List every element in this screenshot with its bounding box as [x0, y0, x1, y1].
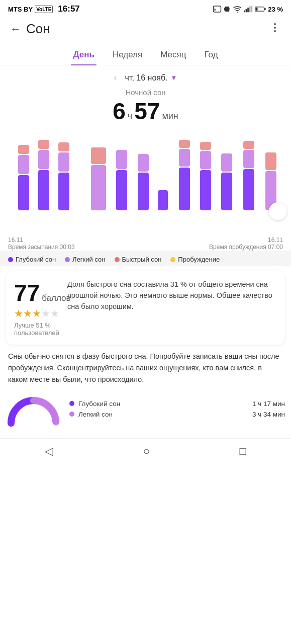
nav-recents-button[interactable]: □: [239, 445, 246, 458]
wifi-icon: [233, 6, 242, 13]
nav-back-button[interactable]: ◁: [45, 445, 53, 458]
sleep-minutes: 57: [134, 98, 160, 125]
rem-sleep-dot: [115, 257, 120, 262]
signal-icon: [244, 6, 253, 13]
tab-month[interactable]: Месяц: [158, 47, 188, 65]
score-card: 77баллов ★★★★★ Лучше 51 % пользователей …: [6, 271, 285, 345]
chart-end-date: 16.11: [209, 236, 283, 244]
svg-rect-31: [138, 154, 149, 172]
svg-rect-2: [225, 7, 229, 12]
svg-rect-30: [138, 173, 149, 210]
tab-day[interactable]: День: [71, 47, 96, 65]
svg-rect-19: [18, 145, 29, 154]
legend-item-wake: Пробуждение: [170, 256, 220, 263]
star-2: ★: [23, 308, 32, 319]
svg-rect-35: [179, 140, 190, 148]
svg-rect-38: [200, 142, 211, 150]
sleep-hours: 6: [113, 98, 126, 125]
light-sleep-dot: [65, 257, 70, 262]
date-display: чт, 16 нояб. ▼: [125, 73, 177, 83]
breakdown-list: Глубокий сон 1 ч 17 мин Легкий сон 3 ч 3…: [69, 400, 285, 421]
breakdown-light-dot: [69, 412, 74, 417]
svg-rect-23: [58, 173, 69, 210]
sleep-chart-area: [0, 135, 291, 235]
svg-rect-36: [200, 170, 211, 210]
svg-rect-43: [243, 141, 254, 149]
svg-rect-28: [116, 170, 127, 210]
breakdown-light-time: 3 ч 34 мин: [252, 411, 285, 418]
breakdown-deep-label: Глубокий сон: [78, 400, 248, 408]
legend-item-rem: Быстрый сон: [115, 256, 162, 263]
back-button[interactable]: ←: [10, 23, 21, 36]
tab-week[interactable]: Неделя: [111, 47, 144, 65]
chart-start-date: 16.11: [8, 236, 75, 244]
app-header: ← Сон: [0, 16, 291, 42]
svg-rect-22: [38, 140, 49, 149]
nav-bar: ◁ ○ □: [0, 438, 291, 463]
date-dropdown-icon[interactable]: ▼: [171, 74, 177, 82]
scroll-button[interactable]: [269, 202, 287, 220]
description-text: Сны обычно снятся в фазу быстрого сна. П…: [6, 351, 285, 386]
score-number: 77: [14, 280, 40, 306]
star-3: ★: [32, 308, 41, 319]
sleep-legend: Глубокий сон Легкий сон Быстрый сон Проб…: [0, 251, 291, 266]
score-top: 77баллов ★★★★★ Лучше 51 % пользователей …: [14, 279, 277, 337]
svg-rect-21: [38, 150, 49, 169]
vibrate-icon: [224, 5, 231, 13]
legend-item-deep: Глубокий сон: [8, 256, 56, 263]
score-number-row: 77баллов: [14, 279, 59, 306]
status-right: N 23 %: [213, 5, 283, 13]
svg-rect-4: [230, 8, 231, 11]
tab-year[interactable]: Год: [202, 47, 220, 65]
svg-rect-24: [58, 152, 69, 172]
chart-end-label: 16.11 Время пробуждения 07:00: [209, 236, 283, 251]
svg-rect-26: [91, 165, 106, 210]
status-bar: MTS BY VoLTE 16:57 N: [0, 0, 291, 16]
chart-labels: 16.11 Время засыпания 00:03 16.11 Время …: [0, 235, 291, 251]
nfc-icon: N: [213, 5, 222, 13]
svg-rect-40: [221, 153, 232, 172]
svg-rect-18: [18, 155, 29, 174]
rem-sleep-label: Быстрый сон: [122, 256, 162, 263]
battery-icon: [255, 6, 266, 12]
page-title: Сон: [26, 21, 50, 37]
star-1: ★: [14, 308, 23, 319]
battery-label: 23 %: [268, 6, 283, 13]
time-label: 16:57: [58, 4, 79, 14]
svg-rect-13: [256, 8, 258, 11]
volte-badge: VoLTE: [35, 6, 53, 13]
svg-rect-3: [224, 8, 225, 11]
svg-rect-39: [221, 173, 232, 210]
prev-date-button[interactable]: ‹: [114, 72, 117, 83]
svg-rect-9: [249, 7, 251, 13]
score-stars: ★★★★★: [14, 307, 59, 319]
wake-dot: [170, 257, 175, 262]
svg-point-5: [237, 12, 238, 13]
sleep-summary: Ночной сон 6 ч 57 мин: [0, 85, 291, 130]
svg-point-15: [274, 27, 276, 29]
svg-rect-7: [246, 9, 247, 12]
light-sleep-label: Легкий сон: [72, 256, 105, 263]
svg-text:N: N: [214, 8, 216, 11]
breakdown-chart-svg: [6, 393, 61, 428]
svg-rect-12: [264, 8, 266, 10]
svg-point-14: [274, 23, 276, 25]
chart-start-time: Время засыпания 00:03: [8, 244, 75, 251]
star-5: ★: [50, 308, 59, 319]
sleep-label: Ночной сон: [0, 88, 291, 97]
breakdown-light-label: Легкий сон: [78, 411, 248, 418]
score-description: Доля быстрого сна составила 31 % от обще…: [67, 279, 277, 312]
svg-rect-41: [243, 169, 254, 210]
nav-home-button[interactable]: ○: [143, 445, 150, 458]
chart-end-time: Время пробуждения 07:00: [209, 244, 283, 251]
breakdown-deep-dot: [69, 401, 74, 406]
svg-rect-45: [265, 152, 276, 170]
more-menu-button[interactable]: [269, 22, 281, 37]
breakdown-chart: [6, 393, 61, 428]
svg-rect-8: [248, 8, 249, 12]
svg-rect-25: [58, 142, 69, 151]
carrier-label: MTS BY: [8, 6, 33, 13]
svg-rect-29: [116, 150, 127, 169]
svg-rect-33: [179, 168, 190, 210]
sleep-duration: 6 ч 57 мин: [0, 98, 291, 125]
